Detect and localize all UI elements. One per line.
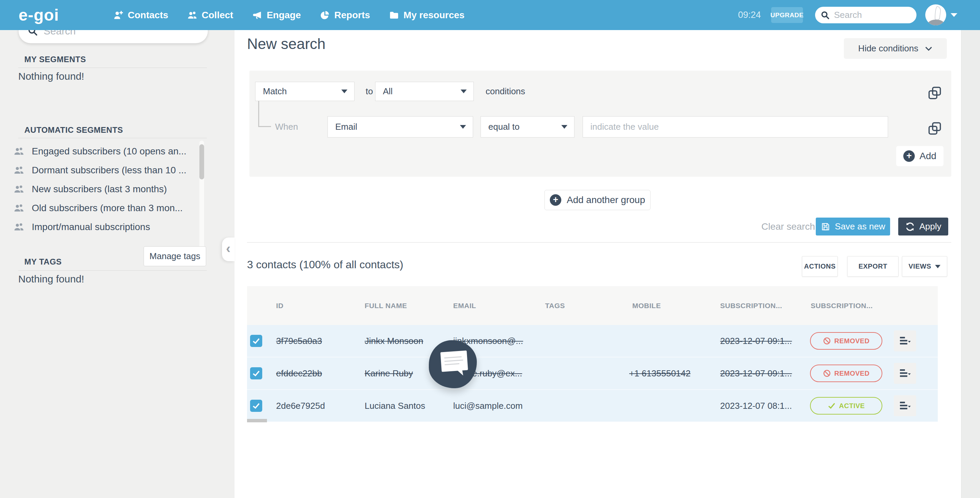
app-screen: e-goi Contacts Collect Engage Reports My…: [0, 0, 980, 498]
actions-label: ACTIONS: [804, 263, 836, 270]
nav-item-contacts[interactable]: Contacts: [113, 10, 168, 21]
upgrade-button[interactable]: UPGRADE: [771, 7, 803, 23]
plus-icon: +: [550, 194, 561, 206]
row-menu-button[interactable]: [894, 363, 916, 384]
my-segments-empty: Nothing found!: [18, 71, 84, 82]
account-caret-icon[interactable]: [951, 13, 957, 17]
divider: [18, 138, 207, 138]
nav-item-my-resources[interactable]: My resources: [389, 10, 465, 21]
cell-subscription-date: 2023-12-07 09:1...: [720, 358, 792, 389]
cell-subscription-date: 2023-12-07 09:1...: [720, 325, 792, 357]
page-title: New search: [247, 35, 325, 53]
save-as-new-button[interactable]: Save as new: [816, 218, 890, 235]
row-menu-button[interactable]: [894, 331, 916, 352]
cell-id: efddec22bb: [276, 358, 322, 389]
search-icon: [821, 11, 830, 20]
add-group-label: Add another group: [567, 195, 645, 205]
segment-item-import[interactable]: Import/manual subscriptions: [14, 218, 199, 237]
actions-button[interactable]: ACTIONS: [802, 256, 838, 277]
divider: [247, 242, 951, 243]
duplicate-group-icon[interactable]: [927, 85, 942, 101]
segment-item-engaged[interactable]: Engaged subscribers (10 opens an...: [14, 142, 199, 161]
conditions-label: conditions: [485, 82, 525, 101]
clear-search-link[interactable]: Clear search: [761, 218, 815, 235]
nav-item-label: Contacts: [128, 10, 168, 21]
check-icon: [827, 402, 836, 410]
segment-item-old[interactable]: Old subscribers (more than 3 mon...: [14, 199, 199, 218]
chevron-down-icon: [925, 46, 932, 51]
top-navbar: e-goi Contacts Collect Engage Reports My…: [0, 0, 980, 30]
my-tags-empty: Nothing found!: [18, 273, 84, 285]
table-horizontal-scrollbar[interactable]: [247, 419, 267, 422]
apply-label: Apply: [919, 221, 941, 232]
cell-mobile: +1 6135550142: [629, 358, 690, 389]
row-checkbox[interactable]: [250, 367, 262, 379]
export-label: EXPORT: [858, 263, 887, 270]
automatic-segments-list: Engaged subscribers (10 opens an... Dorm…: [14, 142, 199, 237]
my-segments-title: MY SEGMENTS: [24, 55, 86, 64]
ban-icon: [823, 369, 831, 377]
operator-select[interactable]: equal to: [480, 116, 574, 137]
segments-scrollbar-thumb[interactable]: [199, 144, 204, 180]
add-another-group-button[interactable]: + Add another group: [544, 190, 651, 210]
global-search-input[interactable]: [833, 10, 909, 21]
sidebar-collapse-button[interactable]: ‹: [222, 237, 234, 261]
automatic-segments-title: AUTOMATIC SEGMENTS: [24, 125, 123, 135]
page-scrollbar[interactable]: [961, 30, 980, 498]
segment-item-new[interactable]: New subscribers (last 3 months): [14, 180, 199, 199]
main-content: New search Hide conditions Match to All …: [234, 30, 961, 498]
ban-icon: [823, 337, 831, 345]
clock: 09:24: [738, 0, 761, 30]
main-menu: Contacts Collect Engage Reports My resou…: [113, 0, 465, 30]
row-checkbox[interactable]: [250, 400, 262, 412]
save-icon: [821, 222, 830, 231]
pie-chart-icon: [320, 10, 330, 20]
cell-subscription-date: 2023-12-07 08:1...: [720, 390, 792, 422]
users-icon: [187, 10, 197, 20]
segment-label: New subscribers (last 3 months): [32, 184, 167, 195]
condition-connector: [258, 101, 259, 127]
nav-item-engage[interactable]: Engage: [252, 10, 301, 21]
field-select[interactable]: Email: [328, 116, 473, 137]
cell-full-name: Jinkx Monsoon: [364, 325, 423, 357]
folder-icon: [389, 10, 399, 20]
export-button[interactable]: EXPORT: [847, 256, 899, 277]
duplicate-condition-icon[interactable]: [927, 121, 942, 136]
row-checkbox[interactable]: [250, 335, 262, 347]
col-id: ID: [276, 286, 283, 325]
group-operator-select[interactable]: All: [375, 82, 474, 101]
refresh-icon: [905, 222, 915, 232]
nav-item-collect[interactable]: Collect: [187, 10, 233, 21]
add-condition-button[interactable]: + Add: [896, 146, 943, 166]
manage-tags-button[interactable]: Manage tags: [144, 246, 206, 266]
nav-item-label: Collect: [202, 10, 233, 21]
nav-item-label: Reports: [334, 10, 370, 21]
table-row[interactable]: 2de6e7925d Luciana Santos luci@sample.co…: [247, 390, 938, 422]
live-chat-button[interactable]: [429, 340, 477, 388]
when-label: When: [275, 116, 298, 137]
cell-id: 2de6e7925d: [276, 390, 325, 422]
status-badge: REMOVED: [810, 364, 882, 382]
condition-value-input[interactable]: [582, 116, 888, 137]
nav-item-reports[interactable]: Reports: [320, 10, 370, 21]
hide-conditions-label: Hide conditions: [858, 43, 918, 54]
users-icon: [14, 165, 24, 176]
match-select[interactable]: Match: [255, 82, 355, 101]
segments-sidebar: MY SEGMENTS Nothing found! AUTOMATIC SEG…: [0, 30, 234, 498]
status-label: REMOVED: [834, 370, 870, 377]
table-header: ID FULL NAME EMAIL TAGS MOBILE SUBSCRIPT…: [247, 286, 938, 325]
row-menu-button[interactable]: [894, 395, 916, 416]
cell-full-name: Luciana Santos: [364, 390, 425, 422]
avatar[interactable]: [925, 4, 947, 25]
table-row[interactable]: 3f79c5a0a3 Jinkx Monsoon jinkxmonsoon@..…: [247, 325, 938, 358]
segment-label: Engaged subscribers (10 opens an...: [32, 146, 186, 157]
segment-item-dormant[interactable]: Dormant subscribers (less than 10 ...: [14, 161, 199, 180]
table-row[interactable]: efddec22bb Karine Ruby karine.ruby@ex...…: [247, 358, 938, 390]
cell-id: 3f79c5a0a3: [276, 325, 322, 357]
hide-conditions-button[interactable]: Hide conditions: [844, 38, 947, 59]
apply-button[interactable]: Apply: [898, 218, 948, 235]
caret-down-icon: [341, 89, 347, 93]
egoi-logo[interactable]: e-goi: [19, 0, 59, 30]
views-button[interactable]: VIEWS: [902, 256, 947, 277]
col-full-name: FULL NAME: [364, 286, 407, 325]
